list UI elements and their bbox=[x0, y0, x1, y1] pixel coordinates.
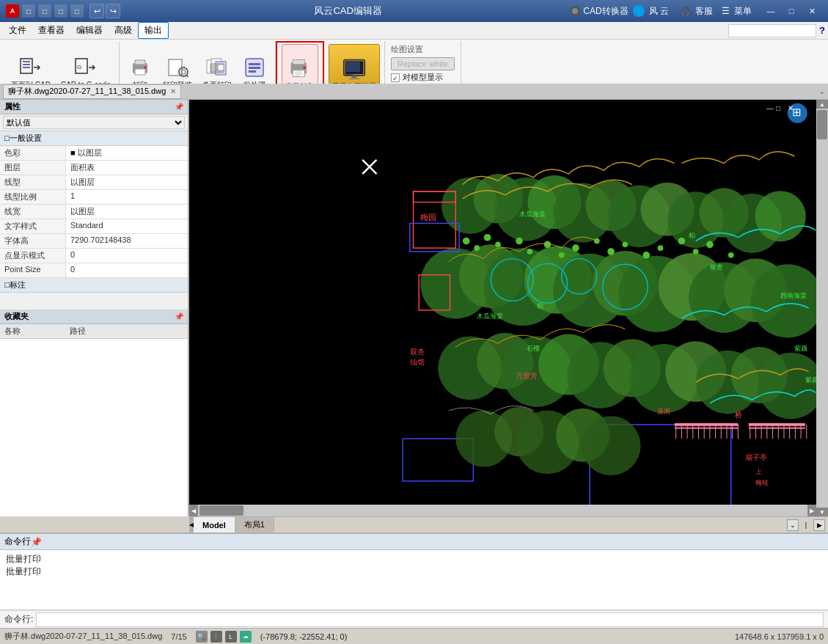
model-view-checkbox[interactable] bbox=[391, 73, 400, 82]
feng-yun-icon bbox=[633, 5, 645, 17]
status-coords: (-78679.8; -22552.41; 0) bbox=[260, 632, 348, 641]
command-pin[interactable]: 📌 bbox=[31, 537, 42, 547]
svg-text:梅园: 梅园 bbox=[420, 213, 436, 222]
props-color-val: ■ 以图层 bbox=[66, 146, 188, 160]
favorites-pin[interactable]: 📌 bbox=[175, 312, 183, 321]
cad-converter-section: CAD转换器 风 云 🎧 客服 ☰ 菜单 bbox=[570, 5, 755, 18]
toolbar-icon-2: □ bbox=[38, 4, 51, 18]
headphone-icon[interactable]: 🎧 bbox=[679, 6, 691, 17]
close-button[interactable]: ✕ bbox=[802, 3, 822, 19]
canvas-area[interactable]: 梅园 双杏 仙馆 万里芳 扇子亭 木瓜海棠 木瓜海棠 柏 柏 银杏 西南海棠 紫… bbox=[189, 100, 828, 516]
maximize-button[interactable]: □ bbox=[781, 3, 802, 19]
props-layer-row: 图层 面积表 bbox=[0, 161, 188, 175]
vertical-scrollbar[interactable]: ▲ ▼ bbox=[816, 100, 828, 516]
general-settings-header[interactable]: □一般设置 bbox=[0, 131, 188, 146]
scroll-thumb-h[interactable] bbox=[199, 505, 243, 516]
favs-col-name: 各称 bbox=[0, 324, 65, 338]
cad-converter-badge[interactable]: CAD转换器 bbox=[570, 5, 628, 18]
props-linetype-row: 线型 以图层 bbox=[0, 175, 188, 190]
svg-text:—: — bbox=[766, 104, 774, 112]
properties-dropdown-row: 默认值 bbox=[0, 114, 188, 131]
grid-icon[interactable]: ⋮⋮⋮ bbox=[210, 631, 222, 643]
titlebar: A □ □ □ □ ↩ ↪ 风云CAD编辑器 CAD转换器 风 云 🎧 客服 ☰… bbox=[0, 0, 828, 22]
toolbar-icon-1: □ bbox=[22, 4, 35, 18]
props-linescale-val: 1 bbox=[66, 190, 188, 204]
help-button[interactable]: ? bbox=[819, 25, 825, 36]
cloud-icon[interactable]: ☁ bbox=[240, 631, 252, 643]
svg-rect-7 bbox=[135, 60, 145, 65]
status-icons: 🔍 ⋮⋮⋮ L ☁ bbox=[196, 631, 252, 643]
svg-point-154 bbox=[582, 416, 641, 475]
svg-rect-8 bbox=[135, 69, 145, 75]
replace-white-button[interactable]: Replace white bbox=[391, 57, 455, 70]
props-pointsize-row: Point Size 0 bbox=[0, 263, 188, 278]
menu-viewer[interactable]: 查看器 bbox=[32, 23, 70, 38]
left-panel: 属性 📌 默认值 □一般设置 色彩 ■ 以图层 图层 面积表 线型 以图层 线型… bbox=[0, 100, 189, 516]
drawing-settings-title: 绘图设置 bbox=[391, 44, 455, 55]
scroll-track-v[interactable] bbox=[816, 109, 828, 508]
tab-down-btn[interactable]: ⌄ bbox=[787, 519, 799, 531]
undo-button[interactable]: ↩ bbox=[89, 4, 104, 18]
scroll-right-btn[interactable]: ▶ bbox=[807, 505, 816, 516]
favs-col-path: 路径 bbox=[65, 324, 188, 338]
svg-point-59 bbox=[751, 264, 824, 337]
cmd-line-1: 批量打印 bbox=[6, 553, 822, 566]
redo-button[interactable]: ↪ bbox=[106, 4, 120, 18]
scroll-thumb-v[interactable] bbox=[817, 110, 827, 139]
svg-point-85 bbox=[678, 238, 686, 245]
toolbar-icon-3: □ bbox=[54, 4, 67, 18]
replace-white-row: Replace white bbox=[391, 57, 455, 70]
scroll-track-h[interactable] bbox=[198, 505, 807, 516]
tab-scroll-right-btn[interactable]: ▶ bbox=[813, 519, 825, 531]
properties-pin[interactable]: 📌 bbox=[175, 103, 183, 111]
scroll-down-btn[interactable]: ▼ bbox=[816, 508, 828, 516]
favorites-content bbox=[0, 339, 188, 517]
svg-text:扇子亭: 扇子亭 bbox=[745, 453, 767, 461]
scroll-left-btn[interactable]: ◀ bbox=[189, 505, 198, 516]
props-color-key: 色彩 bbox=[0, 146, 66, 160]
props-linewidth-row: 线宽 以图层 bbox=[0, 205, 188, 219]
converter-icon bbox=[570, 6, 580, 16]
command-input[interactable] bbox=[36, 612, 824, 627]
model-tab[interactable]: Model bbox=[194, 517, 235, 533]
file-tab-close[interactable]: ✕ bbox=[170, 87, 176, 95]
tab-sep: | bbox=[800, 519, 812, 531]
svg-rect-24 bbox=[293, 60, 304, 65]
file-tab-bar: 狮子林.dwg2020-07-27_11_11_38_015.dwg ✕ ⌄ bbox=[0, 84, 828, 100]
menu-icon[interactable]: ☰ bbox=[722, 6, 730, 16]
search-input[interactable] bbox=[728, 24, 816, 37]
svg-point-88 bbox=[728, 252, 734, 258]
svg-text:柏: 柏 bbox=[688, 232, 695, 239]
cad-drawing[interactable]: 梅园 双杏 仙馆 万里芳 扇子亭 木瓜海棠 木瓜海棠 柏 柏 银杏 西南海棠 紫… bbox=[189, 100, 828, 516]
svg-rect-2 bbox=[23, 64, 30, 65]
props-textstyle-row: 文字样式 Standard bbox=[0, 219, 188, 234]
scroll-up-btn[interactable]: ▲ bbox=[816, 100, 828, 109]
menubar: 文件 查看器 编辑器 高级 输出 ? bbox=[0, 22, 828, 40]
minimize-button[interactable]: — bbox=[761, 3, 781, 19]
svg-rect-27 bbox=[295, 72, 303, 73]
batch-print-icon bbox=[288, 57, 312, 81]
svg-point-72 bbox=[474, 245, 480, 251]
props-linewidth-key: 线宽 bbox=[0, 205, 66, 219]
tab-bar-chevron[interactable]: ⌄ bbox=[818, 87, 825, 96]
horizontal-scrollbar[interactable]: ◀ ▶ bbox=[189, 505, 816, 516]
menu-file[interactable]: 文件 bbox=[3, 23, 32, 38]
svg-point-78 bbox=[559, 252, 565, 258]
print-preview-icon bbox=[166, 56, 189, 79]
file-tab[interactable]: 狮子林.dwg2020-07-27_11_11_38_015.dwg ✕ bbox=[3, 84, 181, 99]
status-size: 147648.6 x 137959.1 x 0 bbox=[735, 632, 824, 641]
svg-point-71 bbox=[463, 238, 470, 245]
layer-icon[interactable]: L bbox=[225, 631, 237, 643]
props-textstyle-key: 文字样式 bbox=[0, 219, 66, 233]
menu-editor[interactable]: 编辑器 bbox=[70, 23, 109, 38]
svg-point-86 bbox=[693, 249, 699, 255]
svg-point-79 bbox=[572, 244, 579, 252]
layout1-tab[interactable]: 布局1 bbox=[235, 517, 274, 533]
props-linewidth-val: 以图层 bbox=[66, 205, 188, 219]
command-input-row: 命令行: bbox=[0, 610, 828, 628]
menu-output[interactable]: 输出 bbox=[138, 22, 169, 39]
cmd-line-2: 批量打印 bbox=[6, 566, 822, 578]
properties-dropdown[interactable]: 默认值 bbox=[3, 116, 185, 129]
targets-header[interactable]: □标注 bbox=[0, 278, 188, 293]
menu-advanced[interactable]: 高级 bbox=[109, 23, 138, 38]
